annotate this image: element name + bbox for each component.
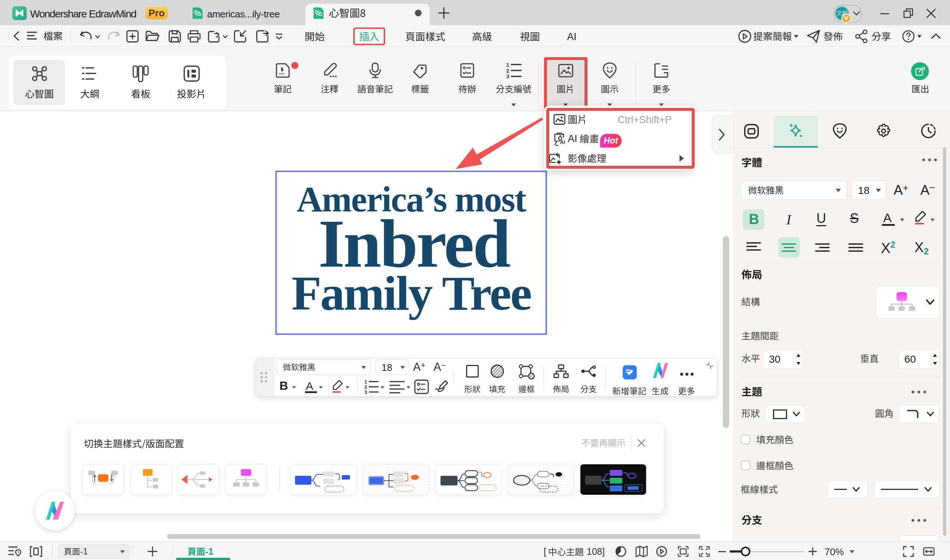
svg-text:1: 1	[506, 62, 509, 68]
svg-text:3: 3	[506, 73, 509, 78]
svg-text:3: 3	[364, 389, 367, 395]
svg-text:2: 2	[364, 384, 367, 390]
